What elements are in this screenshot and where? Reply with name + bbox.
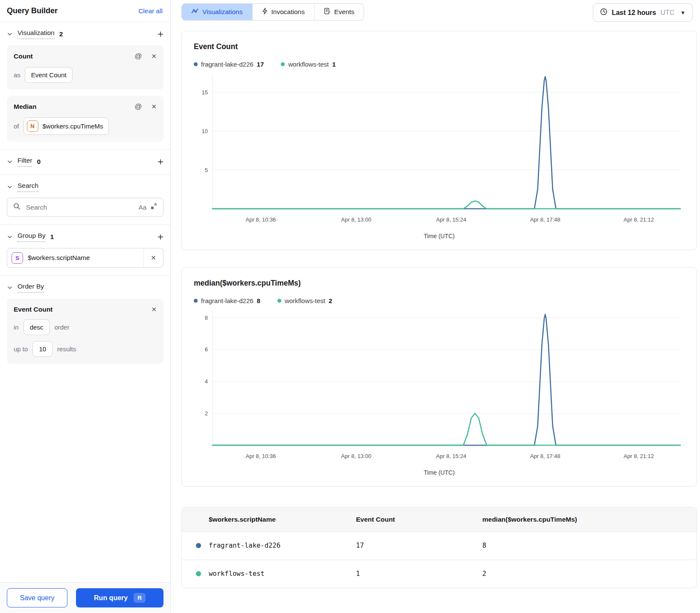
chevron-down-icon[interactable] [7,285,13,291]
topbar: Visualizations Invocations Events Last 1… [181,3,700,22]
svg-text:6: 6 [205,346,208,353]
clear-all-link[interactable]: Clear all [138,7,163,15]
filter-label: Filter [18,157,32,167]
event-count-line-chart[interactable]: 51015Apr 8, 10:36Apr 8, 13:00Apr 8, 15:2… [194,71,684,233]
time-range-value: Last 12 hours [612,9,656,17]
legend-item[interactable]: workflows-test 1 [281,61,335,68]
time-range-dropdown[interactable]: Last 12 hours UTC ▼ [593,3,693,22]
svg-text:Apr 8, 13:00: Apr 8, 13:00 [341,453,371,459]
order-label: order [54,324,69,331]
mention-icon[interactable]: @ [134,52,142,61]
tab-label: Visualizations [202,8,243,16]
visualization-label: Visualization [18,29,55,39]
mention-icon[interactable]: @ [134,102,142,111]
alias-chip[interactable]: Event Count [25,67,73,83]
filter-count: 0 [37,158,41,166]
order-by-label: Order By [18,283,44,293]
median-visualization-card: Median @ ✕ of N $workers.cpuTimeMs [7,96,163,142]
count-card-title: Count [14,53,33,60]
legend-item[interactable]: fragrant-lake-d226 17 [194,61,264,68]
search-label: Search [18,182,38,192]
svg-text:8: 8 [205,315,208,321]
close-icon[interactable]: ✕ [151,53,157,60]
table-row[interactable]: fragrant-lake-d226 17 8 [182,531,697,560]
group-by-section: Group By 1 + S $workers.scriptName ✕ [0,225,170,275]
median-value: 8 [482,531,697,560]
svg-text:Apr 8, 15:24: Apr 8, 15:24 [436,216,467,223]
series-dot [277,299,281,303]
tab-label: Invocations [271,8,305,16]
document-icon [324,8,330,16]
series-dot [281,62,285,66]
chevron-down-icon[interactable] [7,184,13,190]
add-group-by-button[interactable]: + [158,234,163,240]
in-label: in [14,324,19,331]
regex-icon[interactable]: * [151,205,157,210]
save-query-button[interactable]: Save query [7,588,67,607]
limit-chip[interactable]: 10 [32,341,52,357]
results-table: $workers.scriptName Event Count median($… [182,508,697,588]
order-by-field: Event Count [14,306,52,313]
legend-item[interactable]: workflows-test 2 [277,297,332,304]
legend-item[interactable]: fragrant-lake-d226 8 [194,297,260,304]
median-card-title: Median [14,103,36,111]
match-case-icon[interactable]: Aa [139,204,146,211]
median-chart-panel: median($workers.cpuTimeMs) fragrant-lake… [181,267,697,487]
tab-events[interactable]: Events [315,4,364,20]
series-dot [194,299,198,303]
svg-text:2: 2 [205,410,208,417]
svg-text:Apr 8, 13:00: Apr 8, 13:00 [341,216,371,223]
median-field-chip[interactable]: N $workers.cpuTimeMs [23,117,109,135]
legend-series-name: workflows-test [285,297,325,304]
event-count-value: 17 [356,531,482,560]
series-dot [196,543,201,548]
svg-text:Apr 8, 15:24: Apr 8, 15:24 [436,453,467,459]
add-filter-button[interactable]: + [158,158,163,165]
chevron-down-icon[interactable] [7,159,13,165]
script-name: fragrant-lake-d226 [209,542,280,549]
run-query-label: Run query [94,594,128,602]
chart-line-icon [191,8,198,16]
svg-text:Apr 8, 21:12: Apr 8, 21:12 [624,216,654,223]
column-header-script-name: $workers.scriptName [182,508,356,531]
run-query-button[interactable]: Run query R [76,588,163,607]
search-box: Aa * [7,198,163,217]
run-shortcut-key: R [134,593,146,603]
search-section: Search Aa * [0,175,170,225]
series-dot [194,62,198,66]
of-label: of [14,123,19,130]
script-name: workflows-test [209,570,265,578]
page-title: Query Builder [7,6,58,15]
table-header-row: $workers.scriptName Event Count median($… [182,508,697,531]
median-line-chart[interactable]: 2468Apr 8, 10:36Apr 8, 13:00Apr 8, 15:24… [194,308,684,469]
chevron-down-icon[interactable] [7,234,13,240]
number-type-badge: N [27,120,38,132]
search-input[interactable] [25,203,134,212]
lightning-icon [262,8,268,16]
tab-label: Events [334,8,354,16]
add-visualization-button[interactable]: + [158,31,163,38]
table-row[interactable]: workflows-test 1 2 [182,560,697,588]
sidebar-header: Query Builder Clear all [0,0,170,22]
group-by-count: 1 [50,233,54,241]
close-icon[interactable]: ✕ [151,306,157,313]
count-visualization-card: Count @ ✕ as Event Count [7,45,163,90]
svg-text:15: 15 [202,89,208,96]
clock-icon [600,8,607,17]
svg-text:Apr 8, 21:12: Apr 8, 21:12 [624,453,654,459]
column-header-median: median($workers.cpuTimeMs) [482,508,697,531]
svg-text:5: 5 [205,167,208,173]
remove-group-by-button[interactable]: ✕ [143,248,163,267]
close-icon[interactable]: ✕ [151,103,157,111]
direction-chip[interactable]: desc [23,319,50,335]
x-axis-title: Time (UTC) [194,233,685,244]
svg-text:4: 4 [205,378,208,385]
group-by-field-chip[interactable]: S $workers.scriptName ✕ [7,248,163,268]
tab-invocations[interactable]: Invocations [253,4,315,20]
chevron-down-icon[interactable] [7,31,13,37]
tab-visualizations[interactable]: Visualizations [182,4,253,20]
timezone-label: UTC [660,9,674,17]
view-tabs: Visualizations Invocations Events [181,3,364,20]
legend-series-value: 2 [329,297,332,304]
as-label: as [14,71,20,79]
